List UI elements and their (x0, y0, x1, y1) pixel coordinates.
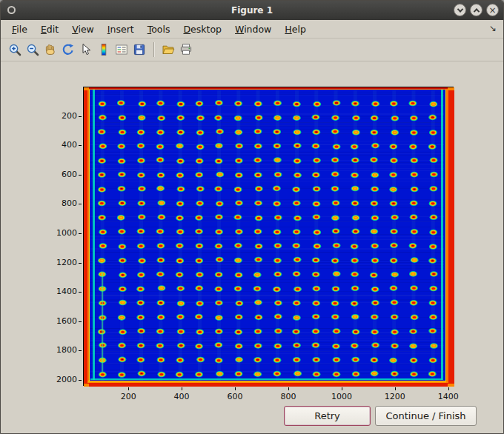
chevron-down-icon (457, 6, 462, 12)
menu-item-window[interactable]: Window (228, 21, 278, 37)
close-button[interactable]: × (486, 4, 499, 16)
x-tick-mark (395, 387, 396, 390)
y-tick-mark (79, 233, 82, 234)
menu-item-edit[interactable]: Edit (34, 21, 65, 37)
zoom-in-icon[interactable] (6, 41, 23, 59)
menu-item-tools[interactable]: Tools (141, 21, 177, 37)
insert-legend-icon[interactable] (113, 41, 130, 59)
x-tick-label: 400 (165, 392, 198, 401)
window-title: Figure 1 (1, 1, 503, 20)
y-tick-label: 200 (44, 111, 77, 121)
zoom-out-icon[interactable] (24, 41, 41, 59)
window-controls: × (450, 4, 499, 16)
menu-item-desktop[interactable]: Desktop (176, 21, 228, 37)
toolbar-separator (153, 42, 154, 57)
minimize-button[interactable] (454, 4, 466, 16)
y-tick-mark (79, 175, 82, 176)
x-tick-mark (182, 387, 182, 390)
data-cursor-icon[interactable] (77, 41, 94, 59)
y-tick-label: 1800 (44, 345, 77, 355)
axes (83, 87, 454, 386)
rotate-3d-icon[interactable] (59, 41, 76, 59)
figure-window: Figure 1 × FileEditViewInsertToolsDeskto… (0, 0, 504, 434)
x-tick-label: 1000 (325, 392, 358, 401)
y-tick-mark (79, 292, 82, 293)
y-tick-mark (79, 263, 82, 264)
print-figure-icon[interactable] (177, 41, 194, 59)
insert-colorbar-icon[interactable] (95, 41, 112, 59)
x-tick-mark (342, 387, 342, 390)
y-tick-mark (79, 321, 82, 322)
x-tick-mark (128, 387, 129, 390)
y-tick-mark (79, 145, 82, 146)
x-tick-label: 800 (272, 392, 305, 401)
y-tick-label: 1200 (44, 258, 77, 267)
y-tick-label: 1600 (44, 316, 77, 326)
y-tick-label: 600 (44, 170, 77, 179)
y-tick-mark (79, 116, 82, 117)
maximize-button[interactable] (470, 4, 483, 16)
x-tick-label: 1200 (379, 392, 411, 401)
x-tick-mark (288, 387, 289, 390)
x-tick-label: 1400 (432, 392, 465, 401)
menubar: FileEditViewInsertToolsDesktopWindowHelp… (1, 20, 503, 39)
y-tick-label: 1000 (44, 228, 77, 238)
x-tick-label: 600 (219, 392, 251, 401)
pan-hand-icon[interactable] (42, 41, 59, 59)
y-tick-mark (79, 350, 82, 351)
x-tick-mark (448, 387, 449, 390)
y-tick-mark (79, 380, 82, 381)
dock-figure-icon[interactable]: ↘ (489, 23, 497, 33)
heatmap-canvas[interactable] (84, 87, 454, 387)
y-tick-mark (79, 204, 82, 204)
continue-finish-button[interactable]: Continue / Finish (375, 406, 477, 426)
menu-item-file[interactable]: File (5, 21, 34, 37)
save-figure-icon[interactable] (130, 41, 147, 59)
y-tick-label: 1400 (44, 287, 77, 296)
y-tick-label: 2000 (44, 375, 77, 384)
titlebar[interactable]: Figure 1 × (1, 1, 503, 20)
y-tick-label: 400 (44, 140, 77, 150)
toolbar (1, 39, 503, 61)
figure-content: Retry Continue / Finish 2004006008001000… (1, 61, 503, 434)
y-tick-label: 800 (44, 198, 77, 208)
chevron-up-icon (473, 8, 479, 14)
menu-item-insert[interactable]: Insert (101, 21, 141, 37)
retry-button[interactable]: Retry (284, 406, 371, 426)
menu-item-view[interactable]: View (65, 21, 101, 37)
open-file-icon[interactable] (159, 41, 176, 59)
menu-item-help[interactable]: Help (278, 21, 313, 37)
x-tick-mark (235, 387, 236, 390)
x-tick-label: 200 (112, 392, 145, 401)
